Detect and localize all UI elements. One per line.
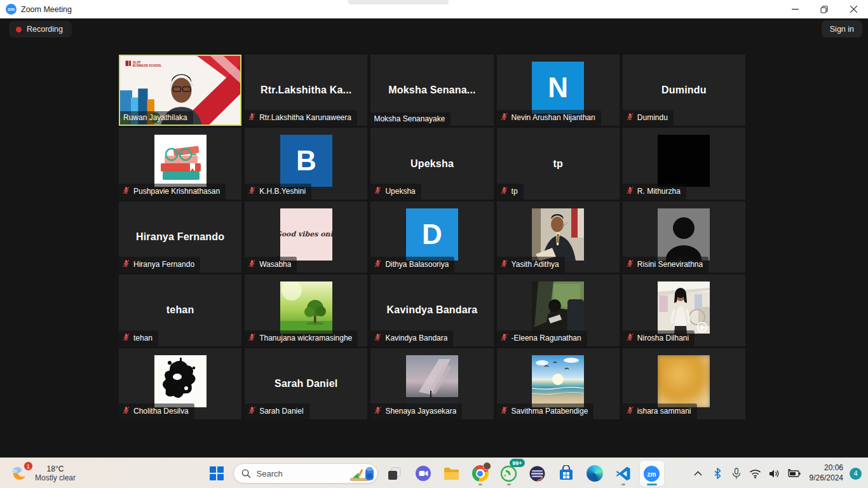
whatsapp-button[interactable]: 99+ xyxy=(497,461,521,486)
participant-tile[interactable]: Dumindu Dumindu xyxy=(623,55,745,126)
file-explorer-button[interactable] xyxy=(440,461,464,486)
clock[interactable]: 20:06 9/26/2024 xyxy=(810,463,843,483)
participant-tile[interactable]: tehan tehan xyxy=(119,274,241,346)
search-input[interactable]: Search xyxy=(233,463,378,484)
notification-count-badge[interactable]: 4 xyxy=(850,468,862,480)
participant-tile[interactable]: Nirosha Dilhani xyxy=(623,274,745,346)
muted-mic-icon xyxy=(374,332,382,344)
restore-button[interactable] xyxy=(810,0,839,18)
participant-tile[interactable]: Shenaya Jayasekara xyxy=(370,348,493,419)
participant-tile[interactable]: Pushpavie Krishnathasan xyxy=(119,128,241,199)
muted-mic-icon xyxy=(626,112,634,123)
search-placeholder: Search xyxy=(257,469,343,478)
participant-tile[interactable]: Yasith Adithya xyxy=(497,201,620,273)
participant-name-text: Nirosha Dilhani xyxy=(637,334,689,342)
muted-mic-icon xyxy=(374,259,382,270)
participant-name-label: Upeksha xyxy=(370,184,421,200)
muted-mic-icon xyxy=(500,332,508,344)
battery-icon[interactable] xyxy=(785,464,802,483)
participant-name-text: Cholitha Desilva xyxy=(133,407,189,416)
participant-name-label: Sarah Daniel xyxy=(245,403,309,419)
task-view-button[interactable] xyxy=(383,461,407,486)
participant-name-label: Wasabha xyxy=(245,257,297,273)
start-button[interactable] xyxy=(205,461,229,486)
participant-name-text: Rtr.Lakshitha Karunaweera xyxy=(259,113,351,122)
eclipse-button[interactable] xyxy=(526,461,550,486)
participant-tile[interactable]: B K.H.B.Yeshini xyxy=(245,128,367,199)
participant-tile[interactable]: N Nevin Arushan Nijanthan xyxy=(497,55,620,126)
muted-mic-icon xyxy=(122,259,130,270)
participant-name-text: K.H.B.Yeshini xyxy=(259,187,306,196)
participant-tile[interactable]: ishara sammani xyxy=(623,348,745,419)
participant-tile[interactable]: Thanujana wickramasinghe xyxy=(245,274,367,346)
edge-button[interactable] xyxy=(583,461,607,486)
muted-mic-icon xyxy=(248,405,256,417)
participant-tile[interactable]: Moksha Senana... Moksha Senanayake xyxy=(370,55,493,126)
collapsed-meeting-toolbar[interactable] xyxy=(348,0,449,4)
volume-icon[interactable] xyxy=(766,464,783,483)
desktop-screen: zm Zoom Meeting Recording Sign in xyxy=(0,0,868,488)
recording-dot-icon xyxy=(16,27,22,32)
participant-name-label: ishara sammani xyxy=(623,403,697,419)
participant-name-text: Upeksha xyxy=(385,187,415,196)
participant-name-label: tp xyxy=(497,184,524,200)
participant-name-text: Shenaya Jayasekara xyxy=(385,407,456,416)
clock-date: 9/26/2024 xyxy=(810,473,843,484)
participant-name-label: Yasith Adithya xyxy=(497,257,565,273)
wifi-icon[interactable] xyxy=(747,464,764,483)
participant-tile[interactable]: tp tp xyxy=(497,128,620,199)
muted-mic-icon xyxy=(248,332,256,344)
participant-name-label: Dithya Balasooriya xyxy=(370,257,454,273)
microsoft-store-button[interactable] xyxy=(554,461,578,486)
muted-mic-icon xyxy=(500,259,508,270)
participant-name-text: Wasabha xyxy=(259,260,291,269)
vscode-button[interactable] xyxy=(611,461,635,486)
participant-tile[interactable]: Upeksha Upeksha xyxy=(370,128,493,199)
participant-tile[interactable]: Good vibes only Wasabha xyxy=(245,201,367,273)
muted-mic-icon xyxy=(374,186,382,197)
participant-tile[interactable]: -Eleena Ragunathan xyxy=(497,274,620,346)
minimize-button[interactable] xyxy=(780,0,810,18)
muted-mic-icon xyxy=(626,186,634,197)
zoom-taskbar-button[interactable]: zm xyxy=(640,461,664,486)
running-indicator xyxy=(478,484,482,485)
participant-tile[interactable]: Hiranya Fernando Hiranya Fernando xyxy=(119,201,241,273)
taskbar: 1 18°C Mostly clear Search xyxy=(0,458,868,488)
participant-tile[interactable]: D Dithya Balasooriya xyxy=(370,201,493,273)
participant-name-text: Savithma Patabendige xyxy=(512,407,588,416)
tray-chevron-up-icon[interactable] xyxy=(690,464,707,483)
participant-name-text: Ruwan Jayathilaka xyxy=(123,113,187,122)
close-button[interactable] xyxy=(839,0,868,18)
bluetooth-icon[interactable] xyxy=(709,464,726,483)
participant-tile[interactable]: Savithma Patabendige xyxy=(497,348,620,419)
participant-name-label: -Eleena Ragunathan xyxy=(497,330,587,346)
muted-mic-icon xyxy=(500,405,508,417)
chat-button[interactable] xyxy=(411,461,435,486)
participant-name-label: Pushpavie Krishnathasan xyxy=(119,184,226,200)
participant-tile[interactable]: SLIIT BUSINESS SCHOOL Ruwan Jayathilaka xyxy=(119,55,241,126)
participant-name-text: Kavindya Bandara xyxy=(385,334,447,342)
participant-name-text: -Eleena Ragunathan xyxy=(512,334,581,342)
chrome-profile-badge xyxy=(483,462,491,470)
participant-tile[interactable]: Risini Senevirathna xyxy=(623,201,745,273)
participant-name-label: Shenaya Jayasekara xyxy=(370,403,462,419)
participant-tile[interactable]: Sarah Daniel Sarah Daniel xyxy=(245,348,367,419)
muted-mic-icon xyxy=(248,112,256,123)
participant-tile[interactable]: Cholitha Desilva xyxy=(119,348,241,419)
muted-mic-icon xyxy=(248,186,256,197)
participant-tile[interactable]: Rtr.Lakshitha Ka... Rtr.Lakshitha Karuna… xyxy=(245,55,367,126)
microphone-icon[interactable] xyxy=(728,464,745,483)
running-indicator xyxy=(621,484,625,485)
participant-tile[interactable]: Kavindya Bandara Kavindya Bandara xyxy=(370,274,493,346)
participant-name-label: tehan xyxy=(119,330,158,346)
participant-name-label: K.H.B.Yeshini xyxy=(245,184,311,200)
muted-mic-icon xyxy=(122,332,130,344)
sign-in-button[interactable]: Sign in xyxy=(822,20,862,37)
participant-name-text: Dumindu xyxy=(637,113,668,122)
chrome-button[interactable] xyxy=(468,461,492,486)
participant-name-label: Nevin Arushan Nijanthan xyxy=(497,110,601,126)
participant-name-label: Savithma Patabendige xyxy=(497,403,594,419)
participant-tile[interactable]: R. Mithurzha xyxy=(623,128,745,199)
participant-name-label: Thanujana wickramasinghe xyxy=(245,330,358,346)
participant-name-text: Pushpavie Krishnathasan xyxy=(133,187,220,196)
